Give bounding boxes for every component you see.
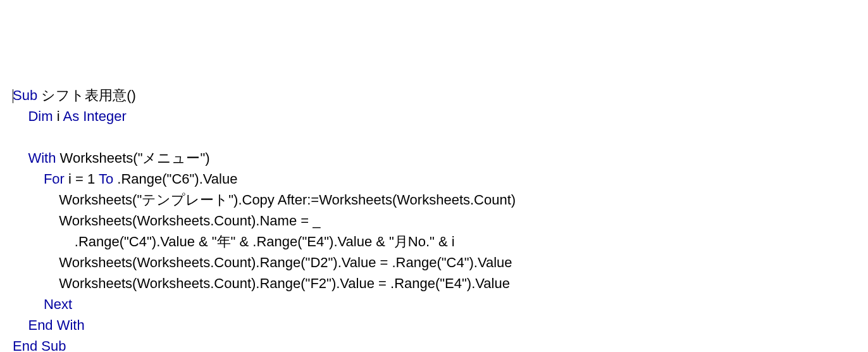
code-text: Worksheets(Worksheets.Count).Range("F2")…: [59, 275, 510, 291]
keyword-end-sub: End Sub: [13, 338, 66, 352]
code-line-9: Worksheets(Worksheets.Count).Range("D2")…: [13, 252, 868, 273]
indent: [13, 192, 59, 208]
keyword-dim: Dim: [28, 108, 53, 124]
indent: [13, 234, 75, 249]
indent: [13, 213, 59, 229]
keyword-for: For: [44, 171, 65, 187]
indent: [13, 275, 59, 291]
code-line-13: End Sub: [13, 336, 868, 352]
code-line-12: End With: [13, 315, 868, 336]
keyword-as-integer: As Integer: [63, 108, 126, 124]
code-line-5: For i = 1 To .Range("C6").Value: [13, 168, 868, 189]
indent: [13, 255, 59, 270]
code-line-2: Dim i As Integer: [13, 106, 868, 127]
keyword-sub: Sub: [13, 87, 37, 103]
indent: [13, 150, 28, 166]
indent: [13, 296, 44, 312]
code-line-11: Next: [13, 294, 868, 315]
code-text: i: [53, 108, 63, 124]
indent: [13, 108, 28, 124]
keyword-next: Next: [44, 296, 72, 312]
code-text: .Range("C6").Value: [113, 171, 237, 187]
code-text: .Range("C4").Value & "年" & .Range("E4").…: [75, 234, 455, 249]
code-line-3: [13, 127, 868, 148]
keyword-end-with: End With: [28, 317, 84, 333]
code-text: Worksheets(Worksheets.Count).Name = _: [59, 213, 320, 229]
indent: [13, 317, 28, 333]
code-line-4: With Worksheets("メニュー"): [13, 148, 868, 168]
keyword-with: With: [28, 150, 56, 166]
code-editor[interactable]: Sub シフト表用意() Dim i As Integer With Works…: [13, 85, 868, 352]
keyword-to: To: [99, 171, 113, 187]
code-text: Worksheets("テンプレート").Copy After:=Workshe…: [59, 192, 516, 208]
code-line-1: Sub シフト表用意(): [13, 85, 868, 106]
code-line-10: Worksheets(Worksheets.Count).Range("F2")…: [13, 273, 868, 294]
code-text: シフト表用意(): [37, 87, 136, 103]
code-text: i = 1: [65, 171, 99, 187]
code-line-7: Worksheets(Worksheets.Count).Name = _: [13, 210, 868, 231]
code-line-6: Worksheets("テンプレート").Copy After:=Workshe…: [13, 189, 868, 210]
indent: [13, 171, 44, 187]
code-text: Worksheets(Worksheets.Count).Range("D2")…: [59, 255, 512, 270]
code-line-8: .Range("C4").Value & "年" & .Range("E4").…: [13, 231, 868, 252]
code-text: Worksheets("メニュー"): [56, 150, 209, 166]
